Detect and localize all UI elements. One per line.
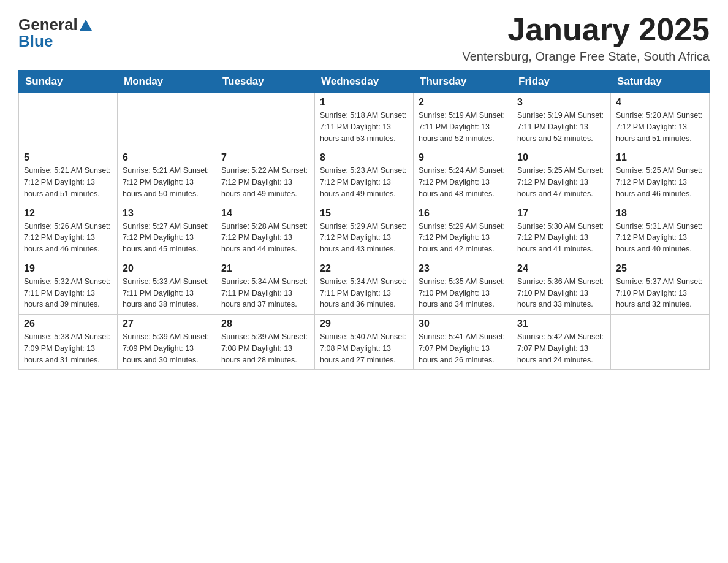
day-number: 30 <box>419 318 507 329</box>
day-info: Sunrise: 5:42 AM Sunset: 7:07 PM Dayligh… <box>517 331 605 366</box>
day-of-week-header: Sunday <box>19 71 118 93</box>
calendar-day-cell: 21Sunrise: 5:34 AM Sunset: 7:11 PM Dayli… <box>216 259 315 314</box>
calendar-day-cell: 23Sunrise: 5:35 AM Sunset: 7:10 PM Dayli… <box>414 259 512 314</box>
month-title: January 2025 <box>462 12 710 47</box>
day-info: Sunrise: 5:39 AM Sunset: 7:09 PM Dayligh… <box>123 331 211 366</box>
day-info: Sunrise: 5:34 AM Sunset: 7:11 PM Dayligh… <box>320 276 408 310</box>
day-number: 13 <box>123 208 211 219</box>
day-info: Sunrise: 5:18 AM Sunset: 7:11 PM Dayligh… <box>320 110 408 144</box>
day-of-week-header: Tuesday <box>216 71 315 93</box>
calendar-day-cell: 2Sunrise: 5:19 AM Sunset: 7:11 PM Daylig… <box>414 93 512 148</box>
day-number: 16 <box>419 208 507 219</box>
calendar-day-cell: 18Sunrise: 5:31 AM Sunset: 7:12 PM Dayli… <box>611 204 710 259</box>
day-info: Sunrise: 5:29 AM Sunset: 7:12 PM Dayligh… <box>419 221 507 255</box>
location-subtitle: Ventersburg, Orange Free State, South Af… <box>462 50 710 64</box>
day-number: 19 <box>24 263 112 274</box>
day-number: 8 <box>320 152 408 163</box>
day-info: Sunrise: 5:23 AM Sunset: 7:12 PM Dayligh… <box>320 165 408 199</box>
day-number: 10 <box>517 152 605 163</box>
day-number: 25 <box>616 263 704 274</box>
calendar-day-cell: 28Sunrise: 5:39 AM Sunset: 7:08 PM Dayli… <box>216 315 315 370</box>
calendar-day-cell: 27Sunrise: 5:39 AM Sunset: 7:09 PM Dayli… <box>118 315 216 370</box>
day-info: Sunrise: 5:31 AM Sunset: 7:12 PM Dayligh… <box>616 221 704 255</box>
calendar-day-cell: 16Sunrise: 5:29 AM Sunset: 7:12 PM Dayli… <box>414 204 512 259</box>
title-area: January 2025 Ventersburg, Orange Free St… <box>462 12 710 64</box>
day-number: 22 <box>320 263 408 274</box>
day-number: 5 <box>24 152 112 163</box>
day-number: 24 <box>517 263 605 274</box>
calendar-day-cell: 3Sunrise: 5:19 AM Sunset: 7:11 PM Daylig… <box>512 93 611 148</box>
calendar-header-row: SundayMondayTuesdayWednesdayThursdayFrid… <box>19 71 710 93</box>
day-number: 1 <box>320 97 408 108</box>
calendar-day-cell: 25Sunrise: 5:37 AM Sunset: 7:10 PM Dayli… <box>611 259 710 314</box>
day-number: 3 <box>517 97 605 108</box>
calendar-day-cell: 15Sunrise: 5:29 AM Sunset: 7:12 PM Dayli… <box>315 204 414 259</box>
calendar-day-cell: 17Sunrise: 5:30 AM Sunset: 7:12 PM Dayli… <box>512 204 611 259</box>
calendar-day-cell <box>216 93 315 148</box>
day-number: 14 <box>221 208 309 219</box>
calendar-day-cell: 8Sunrise: 5:23 AM Sunset: 7:12 PM Daylig… <box>315 148 414 204</box>
day-info: Sunrise: 5:32 AM Sunset: 7:11 PM Dayligh… <box>24 276 112 310</box>
day-info: Sunrise: 5:25 AM Sunset: 7:12 PM Dayligh… <box>517 165 605 199</box>
day-info: Sunrise: 5:19 AM Sunset: 7:11 PM Dayligh… <box>419 110 507 144</box>
logo-blue-text: Blue <box>18 32 53 51</box>
calendar-day-cell: 24Sunrise: 5:36 AM Sunset: 7:10 PM Dayli… <box>512 259 611 314</box>
calendar-day-cell: 20Sunrise: 5:33 AM Sunset: 7:11 PM Dayli… <box>118 259 216 314</box>
calendar-day-cell: 1Sunrise: 5:18 AM Sunset: 7:11 PM Daylig… <box>315 93 414 148</box>
day-info: Sunrise: 5:41 AM Sunset: 7:07 PM Dayligh… <box>419 331 507 366</box>
day-info: Sunrise: 5:38 AM Sunset: 7:09 PM Dayligh… <box>24 331 112 366</box>
day-of-week-header: Monday <box>118 71 216 93</box>
calendar-day-cell: 13Sunrise: 5:27 AM Sunset: 7:12 PM Dayli… <box>118 204 216 259</box>
calendar-day-cell: 10Sunrise: 5:25 AM Sunset: 7:12 PM Dayli… <box>512 148 611 204</box>
day-info: Sunrise: 5:30 AM Sunset: 7:12 PM Dayligh… <box>517 221 605 255</box>
day-number: 23 <box>419 263 507 274</box>
day-number: 7 <box>221 152 309 163</box>
day-info: Sunrise: 5:34 AM Sunset: 7:11 PM Dayligh… <box>221 276 309 310</box>
calendar-day-cell: 7Sunrise: 5:22 AM Sunset: 7:12 PM Daylig… <box>216 148 315 204</box>
calendar-day-cell: 11Sunrise: 5:25 AM Sunset: 7:12 PM Dayli… <box>611 148 710 204</box>
day-of-week-header: Wednesday <box>315 71 414 93</box>
day-info: Sunrise: 5:19 AM Sunset: 7:11 PM Dayligh… <box>517 110 605 144</box>
day-info: Sunrise: 5:22 AM Sunset: 7:12 PM Dayligh… <box>221 165 309 199</box>
calendar-week-row: 5Sunrise: 5:21 AM Sunset: 7:12 PM Daylig… <box>19 148 710 204</box>
calendar-day-cell: 5Sunrise: 5:21 AM Sunset: 7:12 PM Daylig… <box>19 148 118 204</box>
day-info: Sunrise: 5:21 AM Sunset: 7:12 PM Dayligh… <box>24 165 112 199</box>
calendar-day-cell: 4Sunrise: 5:20 AM Sunset: 7:12 PM Daylig… <box>611 93 710 148</box>
day-number: 18 <box>616 208 704 219</box>
day-number: 17 <box>517 208 605 219</box>
day-number: 11 <box>616 152 704 163</box>
day-info: Sunrise: 5:26 AM Sunset: 7:12 PM Dayligh… <box>24 221 112 255</box>
day-info: Sunrise: 5:20 AM Sunset: 7:12 PM Dayligh… <box>616 110 704 144</box>
page-header: General Blue January 2025 Ventersburg, O… <box>18 12 710 64</box>
day-number: 4 <box>616 97 704 108</box>
calendar-day-cell: 12Sunrise: 5:26 AM Sunset: 7:12 PM Dayli… <box>19 204 118 259</box>
calendar-day-cell: 14Sunrise: 5:28 AM Sunset: 7:12 PM Dayli… <box>216 204 315 259</box>
day-of-week-header: Friday <box>512 71 611 93</box>
calendar-week-row: 1Sunrise: 5:18 AM Sunset: 7:11 PM Daylig… <box>19 93 710 148</box>
day-number: 6 <box>123 152 211 163</box>
day-info: Sunrise: 5:35 AM Sunset: 7:10 PM Dayligh… <box>419 276 507 310</box>
calendar-day-cell: 26Sunrise: 5:38 AM Sunset: 7:09 PM Dayli… <box>19 315 118 370</box>
logo-triangle-icon <box>80 20 92 31</box>
day-info: Sunrise: 5:21 AM Sunset: 7:12 PM Dayligh… <box>123 165 211 199</box>
day-number: 2 <box>419 97 507 108</box>
day-number: 20 <box>123 263 211 274</box>
calendar-day-cell: 31Sunrise: 5:42 AM Sunset: 7:07 PM Dayli… <box>512 315 611 370</box>
day-number: 15 <box>320 208 408 219</box>
day-info: Sunrise: 5:33 AM Sunset: 7:11 PM Dayligh… <box>123 276 211 310</box>
day-info: Sunrise: 5:29 AM Sunset: 7:12 PM Dayligh… <box>320 221 408 255</box>
day-info: Sunrise: 5:25 AM Sunset: 7:12 PM Dayligh… <box>616 165 704 199</box>
day-number: 9 <box>419 152 507 163</box>
calendar-day-cell: 19Sunrise: 5:32 AM Sunset: 7:11 PM Dayli… <box>19 259 118 314</box>
day-info: Sunrise: 5:27 AM Sunset: 7:12 PM Dayligh… <box>123 221 211 255</box>
day-number: 28 <box>221 318 309 329</box>
calendar-day-cell: 22Sunrise: 5:34 AM Sunset: 7:11 PM Dayli… <box>315 259 414 314</box>
day-number: 31 <box>517 318 605 329</box>
day-info: Sunrise: 5:40 AM Sunset: 7:08 PM Dayligh… <box>320 331 408 366</box>
day-number: 27 <box>123 318 211 329</box>
day-of-week-header: Thursday <box>414 71 512 93</box>
logo: General Blue <box>18 12 92 51</box>
calendar-day-cell: 6Sunrise: 5:21 AM Sunset: 7:12 PM Daylig… <box>118 148 216 204</box>
day-info: Sunrise: 5:37 AM Sunset: 7:10 PM Dayligh… <box>616 276 704 310</box>
day-info: Sunrise: 5:39 AM Sunset: 7:08 PM Dayligh… <box>221 331 309 366</box>
